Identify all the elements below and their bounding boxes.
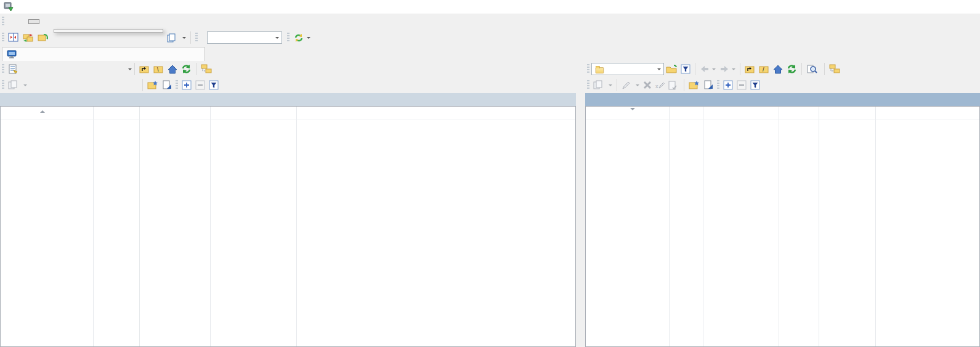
toolbar-grip [717, 80, 719, 90]
remote-home-directory-button[interactable] [771, 63, 785, 75]
menu-bar [0, 14, 980, 29]
download-icon [593, 80, 604, 90]
remote-column-headers [586, 107, 979, 120]
winscp-window: \ [0, 0, 980, 347]
column-divider[interactable] [875, 107, 876, 346]
local-select-minus-button[interactable] [193, 79, 207, 91]
toolbar-grip [2, 64, 4, 74]
transfer-settings-select[interactable] [207, 31, 282, 44]
queue-icon [167, 33, 177, 43]
menu-item-commands[interactable] [39, 19, 51, 24]
sync-preset-icon [293, 33, 304, 43]
remote-filter-button[interactable] [679, 63, 692, 75]
remote-forward-button [718, 63, 737, 75]
toolbar-separator [684, 79, 684, 91]
column-divider[interactable] [703, 107, 703, 346]
local-new-folder-button[interactable] [145, 79, 160, 91]
upload-dropdown-arrow [23, 84, 27, 88]
rename-button: x [654, 80, 666, 91]
column-divider[interactable] [819, 107, 819, 346]
toolbar-separator [824, 63, 825, 75]
properties-button [666, 80, 681, 91]
toolbar-separator [196, 63, 196, 75]
title-bar [0, 0, 980, 14]
menu-item-remote[interactable] [73, 19, 84, 24]
dock-layout-button[interactable] [6, 31, 21, 44]
transfer-preset-cycle-button[interactable] [291, 31, 312, 44]
winscp-app-icon [4, 2, 14, 12]
local-refresh-button[interactable] [179, 63, 193, 75]
session-monitor-icon [7, 50, 17, 59]
remote-open-directory-button[interactable] [664, 63, 679, 75]
column-divider[interactable] [669, 107, 670, 346]
forward-arrow-icon [719, 65, 729, 73]
toolbar-separator [740, 63, 740, 75]
local-open-directory-shortcut-button[interactable] [199, 63, 215, 75]
local-home-directory-button[interactable] [166, 63, 179, 75]
toolbar-grip [587, 64, 589, 74]
menu-item-mark[interactable] [17, 19, 28, 24]
column-divider[interactable] [139, 107, 140, 346]
local-parent-directory-button[interactable] [137, 63, 152, 75]
back-dropdown-arrow [712, 68, 716, 72]
column-divider[interactable] [210, 107, 211, 346]
local-root-directory-button[interactable]: \ [152, 63, 166, 75]
toolbar-grip [195, 33, 198, 43]
remote-new-folder-button[interactable] [687, 79, 702, 91]
session-tab[interactable] [2, 47, 205, 61]
local-file-panel [0, 106, 576, 347]
remote-path-bar[interactable] [585, 93, 980, 106]
download-dropdown-arrow [609, 84, 612, 88]
combo-arrow-icon [275, 37, 279, 41]
remote-select-minus-button[interactable] [735, 79, 748, 91]
column-divider[interactable] [296, 107, 297, 346]
remote-refresh-button[interactable] [785, 63, 799, 75]
synchronize-browsing-button[interactable] [36, 31, 51, 44]
edit-button [620, 80, 641, 91]
back-arrow-icon [700, 65, 710, 73]
column-divider[interactable] [779, 107, 779, 346]
menubar-grip [2, 17, 4, 27]
local-new-link-button[interactable] [160, 79, 174, 91]
local-file-toolbar [0, 77, 576, 93]
menu-item-options[interactable] [62, 19, 73, 24]
synchronize-button[interactable] [21, 31, 36, 44]
menu-item-session[interactable] [51, 19, 62, 24]
my-documents-icon [8, 64, 18, 74]
menu-items [6, 14, 95, 29]
menu-item-files[interactable] [28, 19, 39, 24]
find-files-button[interactable] [804, 63, 822, 75]
remote-new-link-button[interactable] [702, 79, 715, 91]
toolbar-separator [695, 63, 695, 75]
queue-button[interactable] [165, 31, 188, 44]
local-path-bar[interactable] [0, 93, 576, 106]
preset-dropdown-arrow [307, 37, 310, 41]
remote-directory-select[interactable] [591, 63, 664, 75]
toolbar-grip [2, 80, 4, 90]
toolbar-separator [617, 79, 617, 91]
local-select-plus-button[interactable] [180, 79, 193, 91]
files-menu [54, 29, 163, 33]
local-column-headers [1, 107, 575, 120]
edit-dropdown-arrow [636, 84, 639, 88]
remote-select-plus-button[interactable] [721, 79, 735, 91]
sort-descending-icon [630, 108, 635, 113]
combo-arrow-icon [657, 68, 661, 72]
remote-parent-directory-button[interactable] [743, 63, 757, 75]
svg-text:x: x [655, 83, 658, 89]
local-drive-select[interactable] [6, 63, 22, 75]
remote-file-toolbar: x [585, 77, 980, 93]
remote-filter-toggle-button[interactable] [748, 79, 762, 91]
remote-directory-toolbar: / [585, 61, 980, 77]
remote-back-button [698, 63, 718, 75]
edit-pencil-icon [622, 81, 631, 90]
properties-icon [668, 81, 677, 90]
sort-ascending-icon [40, 108, 45, 113]
toolbar-grip [587, 80, 589, 90]
local-filter-button[interactable] [207, 79, 221, 91]
menu-item-help[interactable] [84, 19, 95, 24]
column-divider[interactable] [93, 107, 94, 346]
remote-root-directory-button[interactable]: / [757, 63, 771, 75]
remote-open-directory-shortcut-button[interactable] [827, 63, 843, 75]
menu-item-local[interactable] [6, 19, 17, 24]
